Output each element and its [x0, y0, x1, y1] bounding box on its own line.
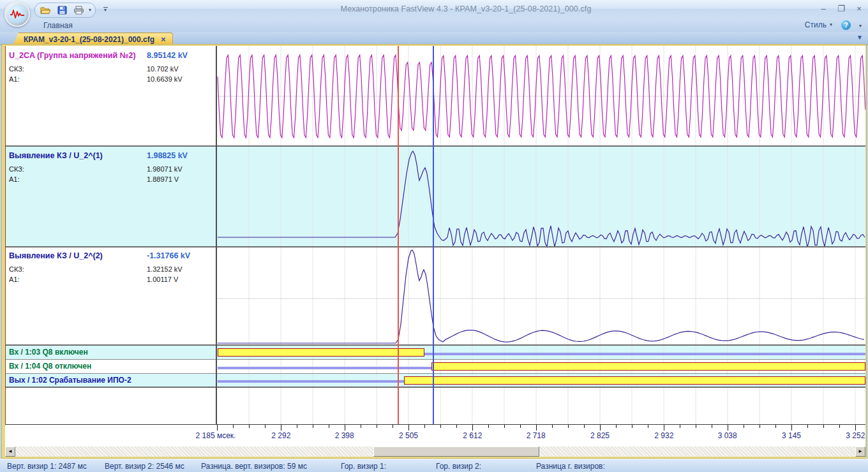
- scroll-right-icon[interactable]: ►: [855, 446, 865, 457]
- minor-tick: [377, 425, 377, 428]
- a1-value: 1.00117 V: [147, 276, 178, 283]
- print-icon[interactable]: [72, 4, 85, 16]
- minor-tick: [552, 425, 553, 428]
- rms-value: 1.32152 kV: [147, 265, 183, 273]
- ch2-detect-waveform: [218, 151, 865, 247]
- pane-separator: [5, 145, 865, 147]
- digital-label-ipo2[interactable]: Вых / 1:02 Срабатывание ИПО-2: [9, 376, 131, 385]
- rms-label: СКЗ:: [9, 165, 24, 173]
- a1-label: А1:: [9, 276, 20, 283]
- major-tick: [408, 425, 409, 431]
- digital-label-q8-on[interactable]: Вх / 1:03 Q8 включен: [9, 348, 88, 357]
- minor-tick: [313, 425, 313, 428]
- vertical-cursor-2[interactable]: [433, 46, 434, 424]
- major-tick: [536, 425, 537, 431]
- channel-cursor-value: 1.98825 kV: [147, 151, 188, 160]
- minor-tick: [616, 425, 617, 428]
- axis-tick-label: 2 185 мсек.: [196, 431, 236, 440]
- quick-access-toolbar: ▾: [34, 3, 96, 18]
- minor-tick: [632, 425, 632, 428]
- ch3-detect-waveform: [218, 250, 864, 343]
- minor-tick: [823, 425, 824, 428]
- window-title: Механотроника FastView 4.3 - КРАМ_v3-20-…: [211, 4, 721, 13]
- scrollbar-thumb[interactable]: [373, 446, 539, 457]
- minor-tick: [712, 425, 712, 428]
- minor-tick: [760, 425, 760, 428]
- rms-value: 1.98071 kV: [147, 165, 183, 173]
- status-item: Верт. визир 2: 2546 мс: [105, 462, 184, 471]
- tab-home[interactable]: Главная: [37, 20, 79, 31]
- channel-3-label-block[interactable]: Выявление КЗ / U_2^(2) -1.31766 kV СКЗ: …: [9, 251, 213, 290]
- digital-label-q8-off[interactable]: Вх / 1:04 Q8 отключен: [9, 362, 91, 371]
- window-controls: – ❐ ×: [818, 4, 864, 13]
- minor-tick: [504, 425, 505, 428]
- minor-tick: [744, 425, 744, 428]
- pane-separator: [5, 344, 865, 346]
- a1-value: 10.6639 kV: [147, 75, 183, 83]
- axis-tick-label: 3 145: [782, 431, 801, 440]
- status-item: Гор. визир 1:: [341, 462, 386, 471]
- major-tick: [472, 425, 473, 431]
- time-axis: 2 185 мсек.2 2922 3982 5052 6122 7182 82…: [5, 424, 865, 447]
- digital-1-low-trace: [424, 353, 865, 355]
- major-tick: [600, 425, 601, 431]
- channel-name: Выявление КЗ / U_2^(2): [9, 251, 103, 260]
- minor-tick: [696, 425, 696, 428]
- rms-value: 10.702 kV: [147, 65, 179, 73]
- minor-tick: [520, 425, 521, 428]
- restore-button[interactable]: ❐: [836, 4, 846, 13]
- channel-1-label-block[interactable]: U_2CA (Группа напряжений №2) 8.95142 kV …: [9, 51, 213, 89]
- axis-tick-label: 3 252: [846, 431, 865, 440]
- major-tick: [664, 425, 664, 431]
- minimize-button[interactable]: –: [818, 4, 828, 13]
- fastview-app: { "window": { "title": "Механотроника Fa…: [0, 0, 868, 472]
- axis-tick-label: 2 718: [527, 431, 546, 440]
- axis-tick-label: 3 038: [718, 431, 737, 440]
- document-tab-active[interactable]: КРАМ_v3-20-1_(25-08-2021)_000.cfg ×: [13, 33, 173, 45]
- rms-label: СКЗ:: [9, 65, 24, 73]
- status-item: Верт. визир 1: 2487 мс: [7, 462, 87, 471]
- axis-tick-label: 2 505: [399, 431, 418, 440]
- style-dropdown-icon: ▾: [830, 22, 832, 27]
- status-item: Разница г. визиров:: [536, 462, 605, 471]
- horizontal-scrollbar[interactable]: ◄ ►: [5, 446, 865, 457]
- minor-tick: [807, 425, 808, 428]
- label-plot-divider[interactable]: [216, 46, 217, 424]
- axis-tick-label: 2 612: [463, 431, 482, 440]
- status-item: Разница. верт. визиров: 59 мс: [201, 462, 307, 471]
- help-dropdown-icon[interactable]: ▾: [859, 23, 862, 29]
- customize-quick-access-icon[interactable]: ▾: [101, 4, 110, 15]
- vertical-cursor-1[interactable]: [398, 46, 399, 424]
- style-button[interactable]: Стиль ▾: [805, 20, 832, 29]
- print-options-dropdown-icon[interactable]: ▾: [89, 8, 91, 13]
- scroll-left-icon[interactable]: ◄: [5, 446, 15, 457]
- close-button[interactable]: ×: [854, 4, 864, 13]
- a1-label: А1:: [9, 175, 20, 183]
- save-icon[interactable]: [56, 4, 68, 16]
- app-logo-button[interactable]: [4, 1, 30, 27]
- minor-tick: [297, 425, 297, 428]
- open-file-icon[interactable]: [39, 4, 52, 16]
- minor-tick: [265, 425, 266, 428]
- channel-2-label-block[interactable]: Выявление КЗ / U_2^(1) 1.98825 kV СКЗ: 1…: [9, 151, 213, 189]
- axis-tick-label: 2 932: [654, 431, 673, 440]
- minor-tick: [775, 425, 776, 428]
- document-tab-label: КРАМ_v3-20-1_(25-08-2021)_000.cfg: [24, 35, 154, 44]
- digital-3-low-trace: [218, 380, 405, 383]
- digital-3-high-bar: [404, 376, 865, 385]
- rms-label: СКЗ:: [9, 265, 24, 273]
- pane-separator: [5, 246, 865, 247]
- a1-label: А1:: [9, 75, 20, 83]
- ribbon-tab-row: [0, 19, 868, 32]
- help-button[interactable]: ?: [841, 20, 851, 31]
- minor-tick: [584, 425, 585, 428]
- major-tick: [217, 425, 218, 431]
- status-bar: Верт. визир 1: 2487 мсВерт. визир 2: 254…: [0, 459, 868, 472]
- minor-tick: [249, 425, 250, 428]
- axis-tick-label: 2 292: [271, 431, 290, 440]
- tab-overflow-icon[interactable]: ▼: [857, 34, 863, 41]
- axis-tick-label: 2 825: [590, 431, 610, 440]
- pane-separator: [5, 359, 865, 360]
- minor-tick: [329, 425, 329, 428]
- tab-close-icon[interactable]: ×: [161, 36, 166, 43]
